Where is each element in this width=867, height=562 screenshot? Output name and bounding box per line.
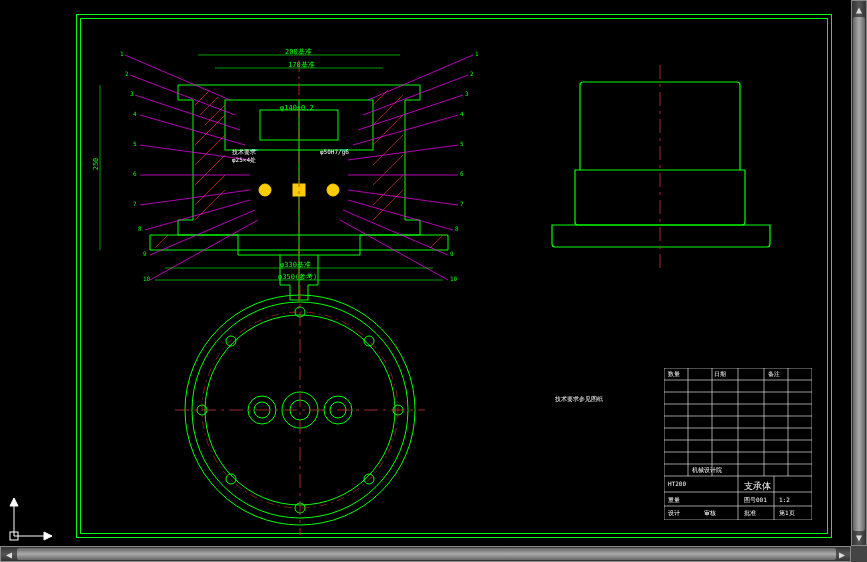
horizontal-scrollbar[interactable]: ◀ ▶: [0, 546, 851, 562]
title-block: 支承体 HT200 1:2 图号001 重量 设计 审核 批准 第1页 数量 备…: [664, 368, 812, 520]
tb-scale: 1:2: [779, 496, 790, 503]
tb-sheet: 第1页: [779, 509, 795, 518]
scroll-left-arrow[interactable]: ◀: [1, 547, 17, 561]
tb-company: 机械设计院: [692, 466, 722, 475]
cad-canvas[interactable]: 200基准 170基准 φ140±0.2 φ330基准 φ350(参考) 250…: [0, 0, 851, 546]
ucs-icon: [4, 486, 64, 546]
svg-point-53: [185, 295, 415, 525]
tb-qty: 数量: [668, 370, 680, 379]
tb-checked: 审核: [704, 509, 716, 518]
scroll-down-arrow[interactable]: ▼: [852, 529, 866, 545]
tb-date: 日期: [714, 370, 726, 379]
vertical-scrollbar[interactable]: ▲ ▼: [851, 0, 867, 546]
tb-weight: 重量: [668, 496, 680, 505]
tb-material-label: HT200: [668, 480, 686, 487]
scroll-up-arrow[interactable]: ▲: [852, 1, 866, 17]
tb-approved: 批准: [744, 509, 756, 518]
tb-designed: 设计: [668, 509, 680, 518]
scroll-right-arrow[interactable]: ▶: [834, 547, 850, 561]
tb-dwg-no: 图号001: [744, 496, 767, 505]
tb-part-name: 支承体: [744, 480, 771, 493]
horizontal-scroll-thumb[interactable]: [17, 548, 836, 560]
scrollbar-corner: [851, 546, 867, 562]
tb-remark: 备注: [768, 370, 780, 379]
vertical-scroll-thumb[interactable]: [853, 17, 865, 531]
note-text: 技术要求参见图纸: [555, 395, 603, 404]
